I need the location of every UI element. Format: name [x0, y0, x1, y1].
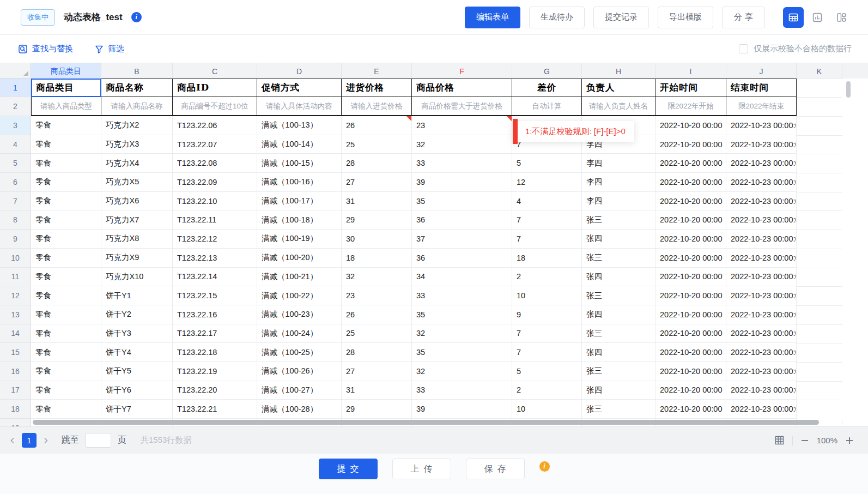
data-cell[interactable]: 26 [342, 116, 412, 135]
data-cell[interactable]: 零食 [31, 173, 101, 192]
zoom-in-icon[interactable] [845, 436, 854, 445]
data-cell[interactable]: 零食 [31, 154, 101, 173]
data-cell[interactable]: 10 [512, 400, 582, 419]
data-cell[interactable]: 零食 [31, 343, 101, 362]
data-cell[interactable]: 满减（100-26） [257, 362, 342, 381]
data-cell[interactable]: 2022-10-20 00:00 [655, 400, 726, 419]
data-cell[interactable]: T123.22.14 [173, 268, 257, 287]
chart-view-icon[interactable] [807, 7, 828, 28]
data-cell[interactable]: 2022-10-23 00:00:00 [726, 305, 797, 324]
data-cell[interactable]: 2022-10-20 00:00 [655, 343, 726, 362]
data-cell[interactable]: 满减（100-20） [257, 249, 342, 268]
data-cell[interactable]: 32 [412, 135, 512, 154]
data-cell[interactable]: 23 [412, 116, 512, 135]
row-number-2[interactable]: 2 [0, 97, 31, 116]
row-number-3[interactable]: 3 [0, 116, 31, 135]
column-letter-D[interactable]: D [257, 63, 342, 79]
row-number-15[interactable]: 15 [0, 343, 31, 362]
empty-cell-k[interactable] [797, 305, 842, 306]
empty-cell-k[interactable] [797, 97, 842, 98]
placeholder-cell[interactable]: 自动计算 [512, 97, 582, 116]
data-cell[interactable]: 巧克力X2 [101, 116, 173, 135]
data-cell[interactable]: 4 [512, 192, 582, 211]
data-cell[interactable]: 张三 [582, 324, 655, 344]
column-letter-商品类目[interactable]: 商品类目 [31, 63, 101, 79]
data-cell[interactable]: 2022-10-20 00:00 [655, 268, 726, 287]
empty-cell-k[interactable] [797, 400, 842, 400]
data-cell[interactable]: 零食 [31, 286, 101, 305]
data-cell[interactable]: 26 [342, 305, 412, 324]
data-cell[interactable]: T123.22.15 [173, 286, 257, 305]
prev-page-icon[interactable] [5, 433, 20, 448]
data-cell[interactable]: 32 [412, 362, 512, 381]
data-cell[interactable]: 满减（100-19） [257, 230, 342, 249]
current-page-button[interactable]: 1 [22, 433, 37, 448]
data-cell[interactable]: T123.22.09 [173, 173, 257, 192]
warning-info-icon[interactable]: i [539, 461, 550, 472]
data-cell[interactable]: 2022-10-20 00:00 [655, 230, 726, 249]
data-cell[interactable]: 零食 [31, 210, 101, 230]
info-icon[interactable]: i [131, 12, 142, 22]
data-cell[interactable]: 7 [512, 210, 582, 230]
data-cell[interactable]: 27 [342, 173, 412, 192]
data-cell[interactable]: 零食 [31, 324, 101, 344]
data-cell[interactable]: 饼干Y6 [101, 381, 173, 400]
data-cell[interactable]: 2022-10-20 00:00 [655, 192, 726, 211]
column-letter-J[interactable]: J [726, 63, 797, 79]
zoom-out-icon[interactable] [800, 436, 809, 445]
data-cell[interactable]: 零食 [31, 362, 101, 381]
data-cell[interactable]: 满减（100-13） [257, 116, 342, 135]
data-cell[interactable]: 2022-10-20 00:00 [655, 173, 726, 192]
data-cell[interactable]: 满减（100-25） [257, 343, 342, 362]
data-cell[interactable]: 张三 [582, 249, 655, 268]
layout-view-icon[interactable] [831, 7, 852, 28]
data-cell[interactable]: 满减（100-14） [257, 135, 342, 154]
empty-cell-k[interactable] [797, 381, 842, 382]
data-cell[interactable]: 2022-10-23 00:00:00 [726, 400, 797, 419]
data-cell[interactable]: 饼干Y3 [101, 324, 173, 344]
data-cell[interactable]: 2022-10-23 00:00:00 [726, 249, 797, 268]
data-cell[interactable]: 33 [412, 154, 512, 173]
data-cell[interactable]: 2022-10-20 00:00 [655, 324, 726, 344]
create-todo-button[interactable]: 生成待办 [529, 7, 585, 28]
vertical-scrollbar[interactable] [846, 81, 851, 98]
data-cell[interactable]: 张四 [582, 343, 655, 362]
data-cell[interactable]: 2 [512, 381, 582, 400]
field-header-cell[interactable]: 商品类目 [31, 79, 101, 97]
data-cell[interactable]: T123.22.21 [173, 400, 257, 419]
data-cell[interactable]: 34 [412, 268, 512, 287]
data-cell[interactable]: 饼干Y7 [101, 400, 173, 419]
data-cell[interactable]: 饼干Y4 [101, 343, 173, 362]
data-cell[interactable]: T123.22.20 [173, 381, 257, 400]
data-cell[interactable]: 满减（100-21） [257, 268, 342, 287]
column-letter-I[interactable]: I [655, 63, 726, 79]
data-cell[interactable]: 2022-10-23 00:00:00 [726, 154, 797, 173]
column-letter-B[interactable]: B [101, 63, 173, 79]
empty-cell-k[interactable] [797, 230, 842, 230]
data-cell[interactable]: 23 [342, 286, 412, 305]
data-cell[interactable]: 零食 [31, 381, 101, 400]
data-cell[interactable]: 33 [412, 381, 512, 400]
placeholder-cell[interactable]: 请输入商品名称 [101, 97, 173, 116]
column-letter-H[interactable]: H [582, 63, 655, 79]
data-cell[interactable]: 7 [512, 324, 582, 344]
empty-cell-k[interactable] [797, 192, 842, 192]
empty-cell-k[interactable] [797, 362, 842, 363]
data-cell[interactable]: 零食 [31, 249, 101, 268]
data-cell[interactable]: 张四 [582, 381, 655, 400]
data-cell[interactable]: 5 [512, 154, 582, 173]
data-cell[interactable]: 2022-10-20 00:00 [655, 305, 726, 324]
data-cell[interactable]: 2022-10-23 00:00:00 [726, 210, 797, 230]
data-cell[interactable]: 18 [342, 249, 412, 268]
data-cell[interactable]: T123.22.11 [173, 210, 257, 230]
data-cell[interactable]: 2022-10-23 00:00:00 [726, 230, 797, 249]
jump-page-input[interactable] [86, 433, 111, 448]
data-cell[interactable]: 零食 [31, 268, 101, 287]
data-cell[interactable]: 2022-10-23 00:00:00 [726, 343, 797, 362]
field-header-cell[interactable]: 商品ID [173, 79, 257, 97]
data-cell[interactable]: 2022-10-20 00:00 [655, 116, 726, 135]
row-number-1[interactable]: 1 [0, 79, 31, 97]
data-cell[interactable]: 巧克力X10 [101, 268, 173, 287]
data-cell[interactable]: 25 [342, 135, 412, 154]
data-cell[interactable]: 巧克力X7 [101, 210, 173, 230]
